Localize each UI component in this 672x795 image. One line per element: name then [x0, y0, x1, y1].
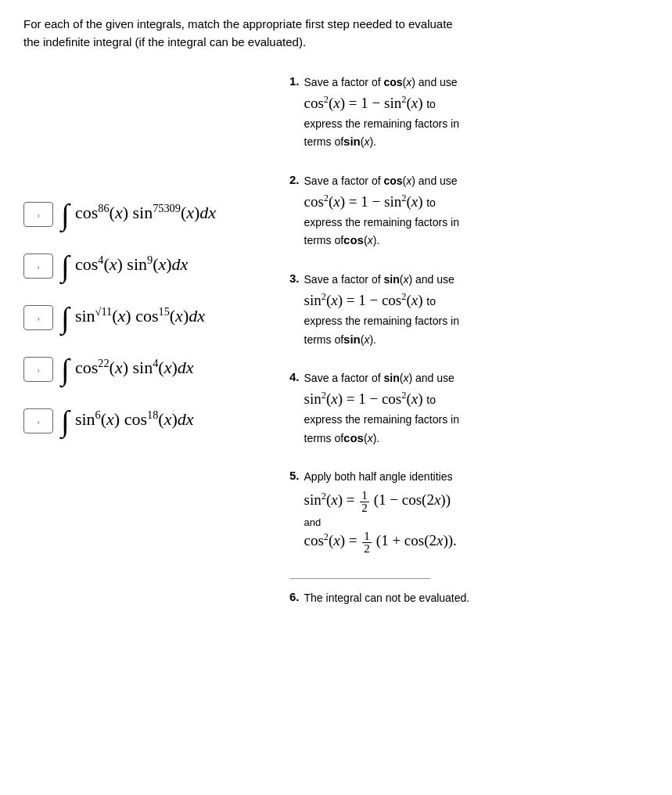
- chevron-down-icon-4: ›: [37, 365, 40, 374]
- instruction-line2: the indefinite integral (if the integral…: [23, 35, 306, 49]
- option-4: 4. Save a factor of sin(x) and use sin2(…: [289, 370, 649, 447]
- option-3-intro: Save a factor of sin(x) and use: [304, 273, 455, 286]
- option-1: 1. Save a factor of cos(x) and use cos2(…: [289, 74, 649, 151]
- chevron-down-icon: ›: [37, 210, 40, 219]
- option-3-to: to: [426, 295, 436, 308]
- option-number-3: 3.: [289, 272, 300, 285]
- option-number-6: 6.: [289, 590, 300, 603]
- integral-sign-5: ∫: [61, 405, 69, 437]
- option-number-1: 1.: [289, 74, 300, 88]
- integral-row-3: › ∫ sin√11(x) cos15(x)dx: [23, 303, 258, 333]
- option-2-detail: express the remaining factors interms of…: [304, 216, 459, 247]
- integral-formula-2: ∫ cos4(x) sin9(x)dx: [61, 251, 188, 281]
- fraction-half-2: 1 2: [362, 531, 372, 555]
- integral-sign-2: ∫: [61, 250, 69, 282]
- main-layout: › ∫ cos86(x) sin75309(x)dx › ∫ cos4(x) s…: [23, 74, 649, 629]
- integral-formula-3: ∫ sin√11(x) cos15(x)dx: [61, 303, 205, 333]
- option-3: 3. Save a factor of sin(x) and use sin2(…: [289, 272, 649, 348]
- option-2: 2. Save a factor of cos(x) and use cos2(…: [289, 173, 649, 250]
- instruction-line1: For each of the given integrals, match t…: [23, 17, 453, 31]
- chevron-down-icon-3: ›: [37, 313, 40, 322]
- option-number-4: 4.: [289, 370, 300, 383]
- option-1-detail: express the remaining factors interms of…: [304, 117, 459, 149]
- option-6-text: The integral can not be evaluated.: [304, 590, 470, 607]
- option-4-to: to: [426, 394, 436, 406]
- options-column: 1. Save a factor of cos(x) and use cos2(…: [274, 74, 649, 629]
- chevron-down-icon-5: ›: [37, 416, 40, 426]
- integral-sign-4: ∫: [61, 353, 69, 386]
- fraction-half-1: 1 2: [360, 490, 369, 514]
- option-5: 5. Apply both half angle identities sin2…: [289, 469, 649, 556]
- option-number-5: 5.: [289, 469, 300, 482]
- integral-row-4: › ∫ cos22(x) sin4(x)dx: [23, 354, 258, 384]
- integral-formula-4: ∫ cos22(x) sin4(x)dx: [61, 354, 193, 384]
- option-2-to: to: [426, 196, 436, 209]
- option-6: 6. The integral can not be evaluated.: [289, 584, 649, 607]
- dropdown-3[interactable]: ›: [23, 305, 53, 330]
- integral-row-2: › ∫ cos4(x) sin9(x)dx: [23, 251, 258, 281]
- option-4-intro: Save a factor of sin(x) and use: [304, 372, 455, 384]
- integral-formula-5: ∫ sin6(x) cos18(x)dx: [61, 406, 194, 436]
- integral-formula-1: ∫ cos86(x) sin75309(x)dx: [61, 200, 216, 229]
- option-5-intro: Apply both half angle identities: [304, 470, 453, 483]
- integral-row-5: › ∫ sin6(x) cos18(x)dx: [23, 406, 258, 436]
- option-number-2: 2.: [289, 173, 300, 186]
- option-4-detail: express the remaining factors interms of…: [304, 413, 459, 444]
- dropdown-5[interactable]: ›: [23, 408, 53, 433]
- instructions: For each of the given integrals, match t…: [23, 16, 454, 51]
- divider: [289, 578, 430, 579]
- dropdown-4[interactable]: ›: [23, 357, 53, 382]
- option-1-intro: Save a factor of cos(x) and use: [304, 76, 458, 88]
- dropdown-1[interactable]: ›: [23, 202, 53, 227]
- option-3-detail: express the remaining factors interms of…: [304, 315, 459, 346]
- option-1-to: to: [426, 98, 436, 110]
- integrals-column: › ∫ cos86(x) sin75309(x)dx › ∫ cos4(x) s…: [23, 74, 258, 629]
- integral-row-1: › ∫ cos86(x) sin75309(x)dx: [23, 200, 258, 229]
- integral-sign-3: ∫: [61, 301, 69, 334]
- option-2-intro: Save a factor of cos(x) and use: [304, 174, 458, 187]
- chevron-down-icon-2: ›: [37, 261, 40, 271]
- integral-sign-1: ∫: [61, 198, 69, 231]
- dropdown-2[interactable]: ›: [23, 254, 53, 279]
